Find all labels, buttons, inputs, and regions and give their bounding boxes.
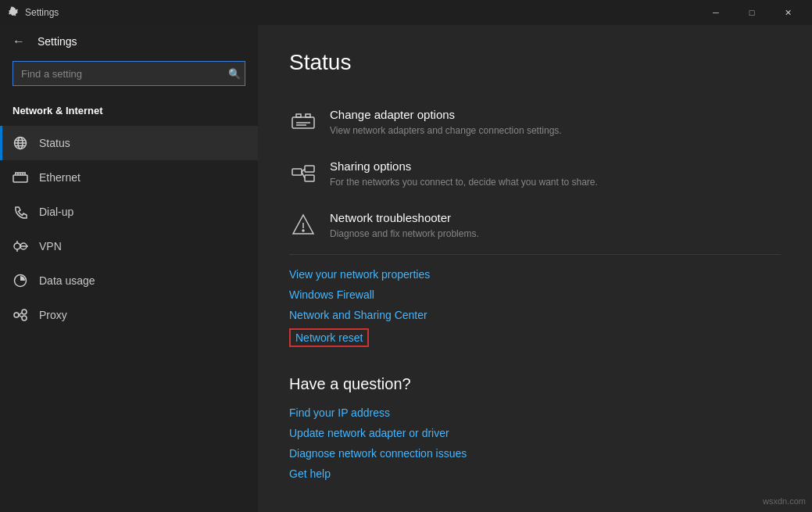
sidebar-item-dialup-label: Dial-up (39, 206, 73, 218)
app-body: ← Settings 🔍 Network & Internet Status (0, 25, 812, 512)
back-icon: ← (13, 34, 25, 48)
sidebar-item-status-label: Status (39, 137, 70, 149)
svg-line-32 (302, 172, 305, 178)
svg-rect-29 (305, 166, 314, 172)
view-props-link[interactable]: View your network properties (289, 264, 781, 285)
sharing-title: Sharing options (330, 159, 598, 173)
links-section: View your network properties Windows Fir… (289, 258, 781, 356)
divider-1 (289, 254, 781, 255)
sidebar-item-vpn-label: VPN (39, 240, 62, 252)
sidebar-item-proxy[interactable]: Proxy (0, 298, 258, 332)
sidebar-item-datausage[interactable]: Data usage (0, 263, 258, 298)
data-icon (13, 273, 28, 288)
firewall-link[interactable]: Windows Firewall (289, 285, 781, 305)
svg-rect-30 (305, 175, 314, 181)
search-icon: 🔍 (228, 68, 241, 80)
adapter-title: Change adapter options (330, 108, 562, 121)
sharing-desc: For the networks you connect to, decide … (330, 176, 598, 189)
have-question-title: Have a question? (289, 375, 781, 393)
diagnose-link[interactable]: Diagnose network connection issues (289, 443, 781, 464)
sidebar-item-proxy-label: Proxy (39, 309, 67, 321)
adapter-icon (289, 108, 317, 136)
sidebar-item-dialup[interactable]: Dial-up (0, 195, 258, 229)
settings-item-sharing[interactable]: Sharing options For the networks you con… (289, 149, 781, 200)
adapter-text: Change adapter options View network adap… (330, 108, 562, 138)
maximize-button[interactable]: □ (734, 0, 770, 25)
svg-rect-25 (306, 114, 310, 117)
sidebar-item-status[interactable]: Status (0, 126, 258, 160)
page-title: Status (289, 50, 781, 75)
svg-line-22 (19, 315, 22, 317)
settings-item-adapter[interactable]: Change adapter options View network adap… (289, 97, 781, 149)
sidebar-item-ethernet-label: Ethernet (39, 171, 80, 184)
main-panel: Status Change adapter options View netwo… (258, 25, 812, 512)
network-reset-link[interactable]: Network reset (295, 331, 363, 344)
titlebar: Settings ─ □ ✕ (0, 0, 812, 25)
proxy-icon (13, 307, 28, 323)
get-help-link[interactable]: Get help (289, 464, 781, 484)
svg-point-34 (302, 230, 304, 231)
window-controls: ─ □ ✕ (698, 0, 806, 25)
vpn-icon (13, 238, 28, 254)
globe-icon (13, 135, 28, 151)
troubleshooter-text: Network troubleshooter Diagnose and fix … (330, 211, 479, 241)
update-adapter-link[interactable]: Update network adapter or driver (289, 423, 781, 443)
sidebar-section-title: Network & Internet (0, 98, 258, 126)
troubleshooter-desc: Diagnose and fix network problems. (330, 227, 479, 241)
ethernet-icon (13, 170, 28, 185)
sharing-text: Sharing options For the networks you con… (330, 159, 598, 189)
search-box: 🔍 (13, 61, 245, 86)
adapter-desc: View network adapters and change connect… (330, 124, 562, 138)
sidebar: ← Settings 🔍 Network & Internet Status (0, 25, 258, 512)
troubleshooter-icon (289, 211, 317, 239)
sharing-center-link[interactable]: Network and Sharing Center (289, 305, 781, 325)
svg-point-19 (22, 310, 27, 314)
settings-icon (6, 6, 19, 19)
svg-rect-28 (292, 169, 302, 175)
phone-icon (13, 204, 28, 220)
app-title: Settings (25, 7, 698, 18)
network-reset-box: Network reset (289, 328, 369, 347)
sidebar-item-ethernet[interactable]: Ethernet (0, 160, 258, 195)
sidebar-back[interactable]: ← Settings (0, 25, 258, 58)
sidebar-app-title: Settings (38, 35, 77, 48)
find-ip-link[interactable]: Find your IP address (289, 403, 781, 423)
svg-point-18 (14, 313, 19, 317)
sharing-icon (289, 159, 317, 188)
svg-point-20 (22, 316, 27, 320)
sidebar-item-datausage-label: Data usage (39, 274, 95, 287)
troubleshooter-title: Network troubleshooter (330, 211, 479, 224)
search-input[interactable] (13, 61, 245, 86)
svg-rect-24 (296, 114, 301, 117)
svg-point-12 (14, 243, 20, 249)
question-links: Find your IP address Update network adap… (289, 403, 781, 484)
watermark: wsxdn.com (763, 496, 806, 506)
sidebar-item-vpn[interactable]: VPN (0, 229, 258, 263)
svg-rect-5 (13, 175, 27, 182)
settings-item-troubleshooter[interactable]: Network troubleshooter Diagnose and fix … (289, 200, 781, 252)
close-button[interactable]: ✕ (770, 0, 806, 25)
minimize-button[interactable]: ─ (698, 0, 734, 25)
